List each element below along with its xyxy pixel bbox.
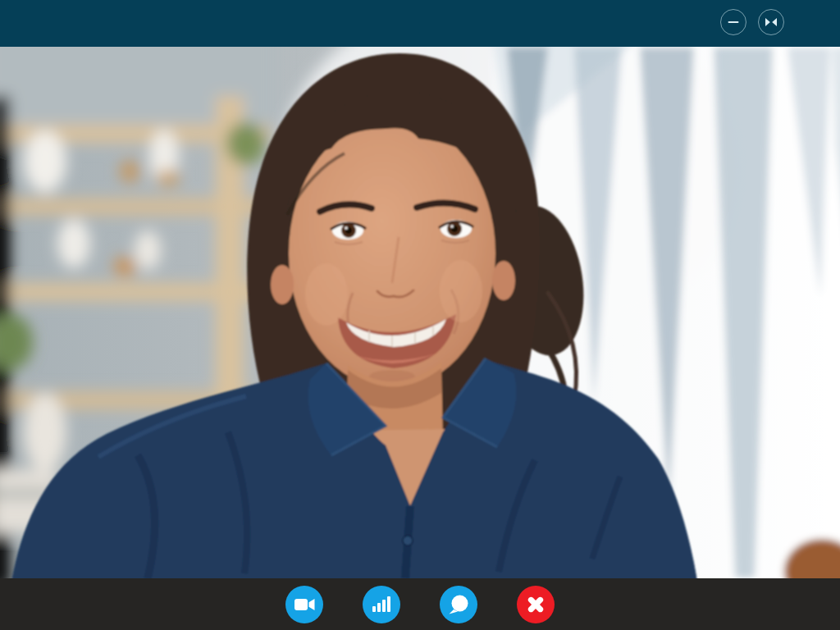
- minimize-icon: [726, 15, 741, 30]
- chat-button[interactable]: [440, 586, 477, 623]
- video-call-window: [0, 0, 840, 630]
- participant-video-illustration: [0, 47, 840, 578]
- video-camera-icon: [285, 586, 323, 623]
- window-controls: [720, 9, 784, 35]
- minimize-button[interactable]: [720, 9, 746, 35]
- connection-quality-button[interactable]: [363, 586, 400, 623]
- collapse-button[interactable]: [758, 9, 784, 35]
- signal-bars-icon: [363, 586, 400, 623]
- camera-button[interactable]: [285, 586, 323, 623]
- end-call-button[interactable]: [517, 586, 555, 623]
- collapse-horizontal-icon: [764, 15, 778, 30]
- chat-bubble-icon: [440, 586, 477, 623]
- titlebar: [0, 0, 840, 47]
- call-controls-bar: [0, 578, 840, 630]
- close-x-icon: [517, 586, 555, 623]
- remote-video: [0, 47, 840, 578]
